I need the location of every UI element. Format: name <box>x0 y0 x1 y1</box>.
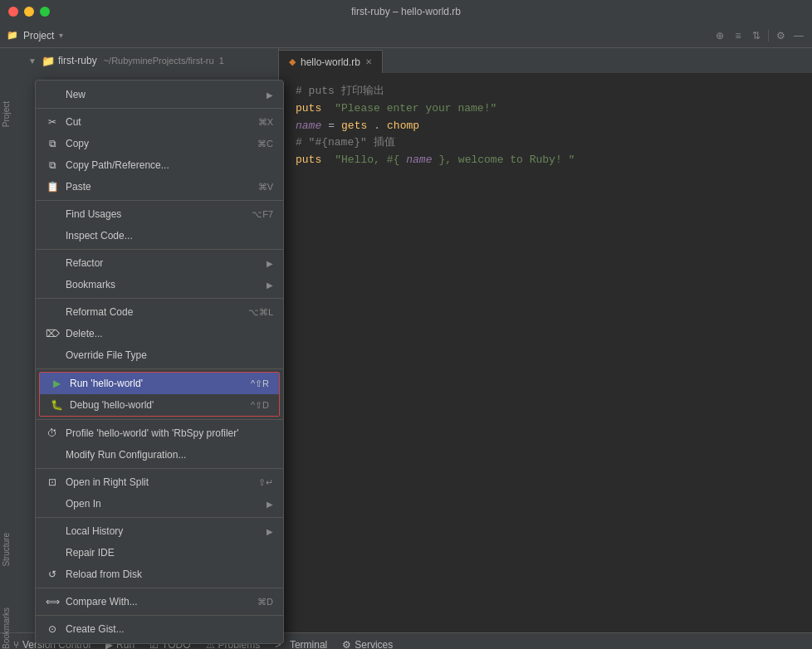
sidebar-item-structure[interactable]: Structure <box>0 529 12 570</box>
menu-item-paste[interactable]: 📋 Paste ⌘V <box>36 176 283 198</box>
menu-compare-label: Compare With... <box>66 596 251 608</box>
menu-item-profile[interactable]: ⏱ Profile 'hello-world' with 'RbSpy prof… <box>36 422 283 444</box>
separator-1 <box>36 108 283 109</box>
tab-close-button[interactable]: ✕ <box>365 57 372 66</box>
menu-item-override-file-type[interactable]: Override File Type <box>36 344 283 366</box>
toolbar-separator <box>768 30 769 41</box>
code-string-2: "Hello, #{ <box>335 152 399 169</box>
menu-item-find-usages[interactable]: Find Usages ⌥F7 <box>36 203 283 225</box>
code-dot: . <box>374 118 380 135</box>
code-string-3: }, welcome to Ruby! " <box>438 152 575 169</box>
code-var-name: name <box>296 118 321 135</box>
sidebar-item-bookmarks[interactable]: Bookmarks <box>0 604 12 649</box>
menu-find-shortcut: ⌥F7 <box>252 209 273 220</box>
project-folder-icon: 📁 <box>7 30 18 41</box>
menu-delete-label: Delete... <box>66 328 273 339</box>
toolbar-locate-icon[interactable]: ⊕ <box>713 29 726 42</box>
menu-item-inspect-code[interactable]: Inspect Code... <box>36 225 283 246</box>
menu-profile-label: Profile 'hello-world' with 'RbSpy profil… <box>66 427 273 439</box>
menu-copy-shortcut: ⌘C <box>257 139 273 149</box>
menu-inspect-icon <box>46 229 59 242</box>
menu-item-open-in[interactable]: Open In ▶ <box>36 493 283 515</box>
menu-bookmarks-arrow: ▶ <box>267 281 273 290</box>
menu-item-modify-run[interactable]: Modify Run Configuration... <box>36 444 283 466</box>
project-dropdown-arrow[interactable]: ▾ <box>59 31 63 40</box>
separator-7 <box>36 468 283 469</box>
toolbar-collapse-icon[interactable]: ≡ <box>731 29 745 42</box>
menu-item-run[interactable]: ▶ Run 'hello-world' ^⇧R <box>40 373 279 394</box>
menu-run-icon: ▶ <box>50 377 63 390</box>
menu-reformat-label: Reformat Code <box>66 306 242 318</box>
menu-override-label: Override File Type <box>66 349 273 361</box>
tree-expand-arrow: ▼ <box>28 56 38 66</box>
menu-item-open-right-split[interactable]: ⊡ Open in Right Split ⇧↵ <box>36 471 283 493</box>
menu-cut-label: Cut <box>66 116 252 128</box>
close-button[interactable] <box>8 7 18 17</box>
menu-local-history-arrow: ▶ <box>267 527 273 536</box>
toolbar-hide-icon[interactable]: — <box>792 29 805 42</box>
title-bar: first-ruby – hello-world.rb <box>0 0 812 23</box>
menu-item-copy[interactable]: ⧉ Copy ⌘C <box>36 133 283 154</box>
menu-item-reformat[interactable]: Reformat Code ⌥⌘L <box>36 301 283 323</box>
menu-find-label: Find Usages <box>66 208 245 220</box>
tab-filename: hello-world.rb <box>301 56 360 68</box>
menu-item-repair-ide[interactable]: Repair IDE <box>36 542 283 564</box>
editor-tab-hello-world[interactable]: ◆ hello-world.rb ✕ <box>279 50 383 73</box>
menu-reload-label: Reload from Disk <box>66 568 273 580</box>
menu-debug-shortcut: ^⇧D <box>251 400 269 411</box>
menu-item-new[interactable]: New ▶ <box>36 84 283 105</box>
code-comment: # puts 打印输出 <box>296 83 384 100</box>
menu-new-arrow: ▶ <box>267 90 273 100</box>
menu-debug-icon: 🐛 <box>50 398 63 412</box>
menu-cut-shortcut: ⌘X <box>258 117 273 128</box>
menu-item-compare-with[interactable]: ⟺ Compare With... ⌘D <box>36 591 283 612</box>
separator-8 <box>36 517 283 518</box>
code-line-2: puts "Please enter your name!" <box>296 100 795 118</box>
separator-3 <box>36 249 283 250</box>
separator-6 <box>36 419 283 420</box>
tab-ruby-icon: ◆ <box>289 56 296 67</box>
menu-local-history-label: Local History <box>66 525 260 537</box>
menu-gist-label: Create Gist... <box>66 623 273 635</box>
menu-item-copy-path[interactable]: ⧉ Copy Path/Reference... <box>36 154 283 176</box>
maximize-button[interactable] <box>40 7 50 17</box>
menu-item-reload[interactable]: ↺ Reload from Disk <box>36 564 283 585</box>
menu-item-bookmarks[interactable]: Bookmarks ▶ <box>36 274 283 295</box>
run-debug-group: ▶ Run 'hello-world' ^⇧R 🐛 Debug 'hello-w… <box>39 372 280 417</box>
minimize-button[interactable] <box>24 7 34 17</box>
editor-tabs: ◆ hello-world.rb ✕ <box>279 48 812 73</box>
menu-paste-icon: 📋 <box>46 180 59 193</box>
code-comment-2: # "#{name}" 插值 <box>296 134 395 152</box>
separator-4 <box>36 298 283 299</box>
services-label: Services <box>355 639 393 650</box>
editor-content: # puts 打印输出 puts "Please enter your name… <box>279 73 812 632</box>
menu-item-cut[interactable]: ✂ Cut ⌘X <box>36 111 283 133</box>
code-string-1: "Please enter your name!" <box>335 100 496 118</box>
menu-item-debug[interactable]: 🐛 Debug 'hello-world' ^⇧D <box>40 394 279 416</box>
menu-inspect-label: Inspect Code... <box>66 230 273 242</box>
menu-item-create-gist[interactable]: ⊙ Create Gist... <box>36 618 283 640</box>
tree-project-number: 1 <box>219 56 224 66</box>
menu-reload-icon: ↺ <box>46 568 59 581</box>
menu-new-icon <box>46 88 59 101</box>
toolbar-gear-icon[interactable]: ⚙ <box>774 29 787 42</box>
bottom-btn-services[interactable]: ⚙ Services <box>335 636 399 650</box>
toolbar-sort-icon[interactable]: ⇅ <box>750 29 763 42</box>
traffic-lights <box>8 7 50 17</box>
menu-run-label: Run 'hello-world' <box>70 378 244 389</box>
menu-item-delete[interactable]: ⌦ Delete... <box>36 323 283 344</box>
menu-open-in-arrow: ▶ <box>267 500 273 509</box>
menu-local-history-icon <box>46 525 59 538</box>
menu-compare-icon: ⟺ <box>46 595 59 608</box>
menu-run-shortcut: ^⇧R <box>251 378 269 389</box>
code-line-3: name = gets . chomp <box>296 118 795 135</box>
menu-refactor-label: Refactor <box>66 257 260 269</box>
tree-row-first-ruby[interactable]: ▼ 📁 first-ruby ~/RubymineProjects/first-… <box>22 51 278 70</box>
menu-item-refactor[interactable]: Refactor ▶ <box>36 252 283 274</box>
menu-item-local-history[interactable]: Local History ▶ <box>36 520 283 542</box>
tree-project-icon: 📁 <box>42 55 55 67</box>
menu-compare-shortcut: ⌘D <box>257 597 273 608</box>
menu-modify-run-label: Modify Run Configuration... <box>66 449 273 461</box>
sidebar-item-project[interactable]: Project <box>0 98 12 130</box>
code-gets: gets <box>341 118 367 135</box>
